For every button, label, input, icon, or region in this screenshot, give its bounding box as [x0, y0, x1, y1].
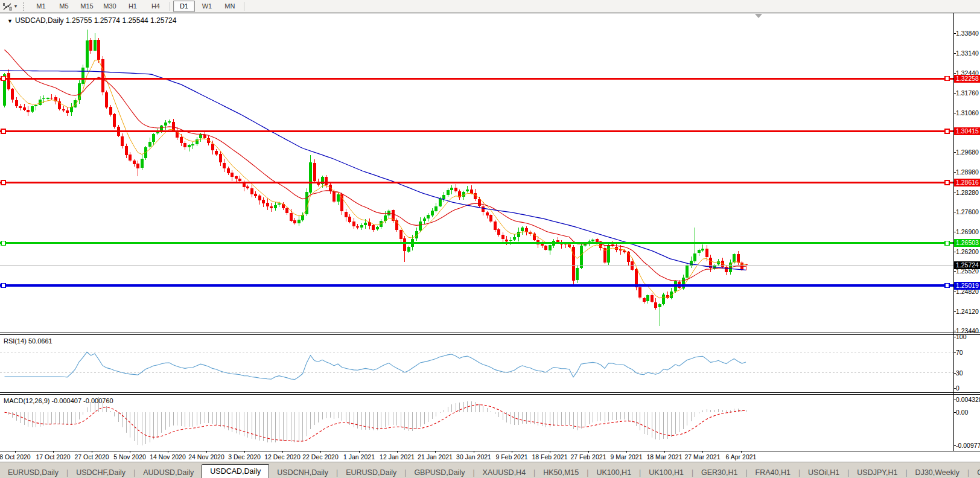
macd-panel-canvas[interactable] — [0, 395, 953, 451]
panel-separator — [0, 392, 980, 393]
rsi-panel-canvas[interactable] — [0, 335, 953, 392]
chart-tab-usdcad-daily[interactable]: USDCAD,Daily — [202, 464, 269, 478]
timeframe-button-m15[interactable]: M15 — [76, 1, 98, 12]
level-marker[interactable] — [1, 241, 5, 245]
mt4-terminal-window: ▼ M1M5M15M30H1H4D1W1MN ▼USDCAD,Daily 1.2… — [0, 0, 980, 478]
chart-tab-xauusd-h4[interactable]: XAUUSD,H4 — [475, 467, 534, 478]
price-axis-hitarea[interactable] — [953, 13, 980, 451]
chart-tab-usdjpy-h1[interactable]: USDJPY,H1 — [849, 467, 905, 478]
chart-tab-audusd-daily[interactable]: AUDUSD,Daily — [135, 467, 202, 478]
timeframe-button-mn[interactable]: MN — [219, 1, 241, 12]
moving-averages — [0, 50, 746, 298]
level-marker[interactable] — [1, 129, 5, 133]
level-marker[interactable] — [1, 180, 5, 185]
level-marker[interactable] — [945, 180, 949, 185]
chart-tab-usdcnh-daily[interactable]: USDCNH,Daily — [269, 467, 336, 478]
chart-tab-fra40-h1[interactable]: FRA40,H1 — [748, 467, 798, 478]
timeframe-button-d1[interactable]: D1 — [173, 1, 195, 12]
chart-tab-uk100-h1[interactable]: UK100,H1 — [641, 467, 692, 478]
chart-crosshair-icon[interactable] — [2, 2, 12, 11]
level-marker[interactable] — [1, 284, 5, 288]
macd-signal-line — [5, 405, 746, 441]
level-marker[interactable] — [945, 77, 949, 81]
chart-top-border — [0, 13, 980, 13]
chart-tab-uk100-h1[interactable]: UK100,H1 — [588, 467, 639, 478]
panel-separator — [0, 333, 980, 333]
chart-tab-usoil-h1[interactable]: USOil,H1 — [800, 467, 847, 478]
macd-label: MACD(12,26,9) -0.000407 -0.000760 — [4, 397, 113, 404]
macd-histogram — [5, 397, 746, 445]
chart-tab-eurusd-daily[interactable]: EURUSD,Daily — [0, 467, 66, 478]
chart-tab-eurusd-daily[interactable]: EURUSD,Daily — [338, 467, 404, 478]
timeframe-button-m1[interactable]: M1 — [30, 1, 52, 12]
level-marker[interactable] — [945, 241, 949, 245]
toolbar-separator — [244, 2, 244, 11]
chart-tabs-bar: EURUSD,Daily|USDCHF,Daily|AUDUSD,DailyUS… — [0, 462, 980, 478]
level-marker[interactable] — [1, 77, 5, 81]
chart-tab-hk50-m15[interactable]: HK50,M15 — [535, 467, 587, 478]
date-axis-hitarea[interactable] — [0, 451, 953, 462]
timeframe-button-m30[interactable]: M30 — [99, 1, 121, 12]
chart-tab-ger30-h1[interactable]: GER30,H1 — [693, 467, 745, 478]
timeframe-button-m5[interactable]: M5 — [53, 1, 75, 12]
candles — [3, 30, 748, 327]
toolbar-grip — [23, 2, 26, 11]
timeframe-button-h4[interactable]: H4 — [145, 1, 167, 12]
timeframe-toolbar: ▼ M1M5M15M30H1H4D1W1MN — [0, 0, 980, 13]
tool-dropdown-caret-icon[interactable]: ▼ — [13, 4, 18, 9]
chart-tab-dj30-weekly[interactable]: DJ30,Weekly — [908, 467, 967, 478]
chart-tab-usdchf-daily[interactable]: USDCHF,Daily — [68, 467, 133, 478]
timeframe-button-h1[interactable]: H1 — [122, 1, 144, 12]
toolbar-separator — [170, 2, 170, 11]
main-chart-canvas[interactable] — [0, 13, 953, 333]
rsi-label: RSI(14) 50.0661 — [4, 337, 52, 345]
timeframe-button-group: M1M5M15M30H1H4D1W1MN — [30, 1, 247, 12]
timeframe-button-w1[interactable]: W1 — [196, 1, 218, 12]
chart-tab-gbpusd-daily[interactable]: GBPUSD,Daily — [406, 467, 472, 478]
chart-tab-china300-h1[interactable]: CHINA300,H1 — [969, 467, 980, 478]
level-marker[interactable] — [945, 284, 949, 288]
chart-window[interactable]: ▼USDCAD,Daily 1.25755 1.25774 1.25544 1.… — [0, 13, 980, 462]
level-marker[interactable] — [945, 129, 949, 133]
rsi-line — [5, 352, 746, 379]
